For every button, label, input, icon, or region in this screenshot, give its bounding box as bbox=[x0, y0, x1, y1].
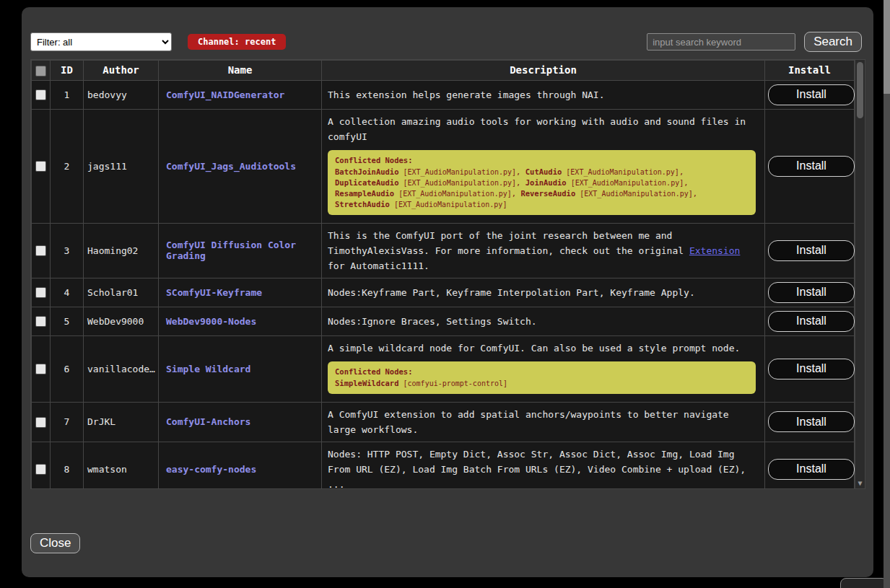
conflict-node-name: CutAudio bbox=[525, 167, 562, 176]
extension-name-link[interactable]: Simple Wildcard bbox=[166, 364, 250, 374]
table-body: 1bedovyyComfyUI_NAIDGeneratorThis extens… bbox=[32, 80, 855, 489]
conflicted-nodes-box: Conflicted Nodes:SimpleWildcard [comfyui… bbox=[328, 361, 756, 394]
scroll-down-icon[interactable]: ▼ bbox=[855, 479, 865, 488]
row-id: 8 bbox=[51, 442, 84, 489]
row-checkbox[interactable] bbox=[35, 89, 46, 100]
conflict-list: SimpleWildcard [comfyui-prompt-control] bbox=[335, 378, 749, 389]
row-author: WebDev9000 bbox=[84, 307, 159, 335]
close-button[interactable]: Close bbox=[30, 533, 80, 553]
header-description: Description bbox=[322, 61, 765, 81]
row-author: DrJKL bbox=[84, 402, 159, 442]
table-row: 3Haoming02ComfyUI Diffusion Color Gradin… bbox=[32, 223, 855, 278]
header-author: Author bbox=[84, 61, 159, 81]
table-row: 7DrJKLComfyUI-AnchorsA ComfyUI extension… bbox=[32, 402, 855, 442]
channel-badge[interactable]: Channel: recent bbox=[188, 34, 286, 50]
conflict-node-source: [EXT_AudioManipulation.py] bbox=[399, 168, 517, 176]
extension-name-link[interactable]: WebDev9000-Nodes bbox=[166, 316, 256, 327]
install-button[interactable]: Install bbox=[768, 459, 855, 480]
install-button[interactable]: Install bbox=[768, 311, 855, 332]
extension-name-link[interactable]: ComfyUI-Anchors bbox=[166, 416, 250, 427]
row-description: This extension helps generate images thr… bbox=[322, 80, 765, 109]
table-row: 6vanillacode…Simple WildcardA simple wil… bbox=[32, 335, 855, 402]
row-checkbox[interactable] bbox=[35, 287, 46, 298]
conflict-node-name: StretchAudio bbox=[335, 200, 390, 209]
row-author: Haoming02 bbox=[84, 223, 159, 278]
description-text: A ComfyUI extension to add spatial ancho… bbox=[328, 407, 759, 437]
filter-select[interactable]: Filter: all bbox=[30, 32, 172, 51]
row-id: 5 bbox=[51, 307, 84, 335]
extension-name-link[interactable]: SComfyUI-Keyframe bbox=[166, 287, 262, 298]
description-text: Nodes:Keyframe Part, Keyframe Interpolat… bbox=[328, 285, 759, 300]
conflicted-nodes-box: Conflicted Nodes:BatchJoinAudio [EXT_Aud… bbox=[328, 150, 756, 215]
table-scrollbar[interactable]: ▼ bbox=[855, 60, 865, 488]
row-checkbox[interactable] bbox=[35, 364, 46, 374]
conflict-node-name: ReverseAudio bbox=[520, 189, 575, 198]
header-name: Name bbox=[159, 61, 322, 81]
row-description: Nodes:Keyframe Part, Keyframe Interpolat… bbox=[322, 278, 765, 307]
partial-button[interactable] bbox=[840, 578, 888, 588]
extensions-table: ID Author Name Description Install 1bedo… bbox=[30, 59, 865, 489]
conflict-list: BatchJoinAudio [EXT_AudioManipulation.py… bbox=[335, 167, 749, 210]
search-input[interactable] bbox=[647, 33, 795, 51]
description-text: A collection amazing audio tools for wor… bbox=[328, 114, 759, 144]
table-header-row: ID Author Name Description Install bbox=[32, 61, 855, 81]
row-author: vanillacode… bbox=[84, 335, 159, 402]
row-id: 7 bbox=[51, 402, 84, 442]
conflict-node-name: JoinAudio bbox=[525, 178, 567, 187]
description-text: This extension helps generate images thr… bbox=[328, 87, 759, 102]
description-text: Nodes: HTTP POST, Empty Dict, Assoc Str,… bbox=[328, 447, 759, 490]
row-id: 4 bbox=[51, 278, 84, 307]
extension-name-link[interactable]: ComfyUI_NAIDGenerator bbox=[166, 89, 284, 100]
custom-nodes-dialog: Filter: all Channel: recent Search ID Au… bbox=[22, 7, 873, 577]
description-text: A simple wildcard node for ComfyUI. Can … bbox=[328, 341, 759, 356]
install-button[interactable]: Install bbox=[768, 359, 855, 379]
row-id: 1 bbox=[51, 80, 84, 109]
extension-name-link[interactable]: easy-comfy-nodes bbox=[166, 464, 256, 475]
table-row: 1bedovyyComfyUI_NAIDGeneratorThis extens… bbox=[32, 80, 855, 109]
row-checkbox[interactable] bbox=[35, 417, 46, 428]
conflict-node-name: BatchJoinAudio bbox=[335, 167, 399, 176]
row-checkbox[interactable] bbox=[35, 316, 46, 327]
table-row: 5WebDev9000WebDev9000-NodesNodes:Ignore … bbox=[32, 307, 855, 335]
conflict-node-source: [comfyui-prompt-control] bbox=[399, 379, 508, 387]
table-scrollbar-thumb[interactable] bbox=[857, 62, 863, 118]
description-text: This is the ComfyUI port of the joint re… bbox=[328, 228, 759, 273]
description-link[interactable]: Extension bbox=[689, 245, 740, 256]
conflict-node-source: [EXT_AudioManipulation.py] bbox=[575, 190, 693, 198]
page-scrollbar[interactable] bbox=[884, 0, 890, 588]
install-button[interactable]: Install bbox=[768, 156, 855, 177]
conflict-node-source: [EXT_AudioManipulation.py] bbox=[390, 201, 507, 209]
toolbar: Filter: all Channel: recent Search bbox=[30, 31, 862, 53]
install-button[interactable]: Install bbox=[768, 240, 855, 261]
conflict-node-name: SimpleWildcard bbox=[335, 379, 399, 387]
extension-name-link[interactable]: ComfyUI Diffusion Color Grading bbox=[166, 240, 296, 261]
page-scrollbar-thumb[interactable] bbox=[884, 0, 890, 94]
conflict-node-source: [EXT_AudioManipulation.py] bbox=[562, 168, 679, 176]
conflict-node-name: ResampleAudio bbox=[335, 189, 394, 198]
conflict-node-source: [EXT_AudioManipulation.py] bbox=[399, 179, 517, 187]
header-id: ID bbox=[51, 61, 84, 81]
install-button[interactable]: Install bbox=[768, 411, 855, 432]
conflict-node-source: [EXT_AudioManipulation.py] bbox=[394, 190, 512, 198]
row-description: This is the ComfyUI port of the joint re… bbox=[322, 223, 765, 278]
table-row: 4Scholar01SComfyUI-KeyframeNodes:Keyfram… bbox=[32, 278, 855, 307]
row-description: A collection amazing audio tools for wor… bbox=[322, 109, 765, 223]
conflict-title: Conflicted Nodes: bbox=[335, 367, 749, 377]
conflict-node-source: [EXT_AudioManipulation.py] bbox=[567, 179, 684, 187]
row-id: 3 bbox=[51, 223, 84, 278]
search-button[interactable]: Search bbox=[804, 32, 862, 52]
conflict-node-name: DuplicateAudio bbox=[335, 178, 399, 187]
row-id: 6 bbox=[51, 335, 84, 402]
row-description: Nodes: HTTP POST, Empty Dict, Assoc Str,… bbox=[322, 442, 765, 489]
install-button[interactable]: Install bbox=[768, 282, 855, 303]
row-author: wmatson bbox=[84, 442, 159, 489]
install-button[interactable]: Install bbox=[768, 84, 855, 105]
row-author: Scholar01 bbox=[84, 278, 159, 307]
row-checkbox[interactable] bbox=[35, 464, 46, 475]
extension-name-link[interactable]: ComfyUI_Jags_Audiotools bbox=[166, 161, 296, 172]
select-all-checkbox[interactable] bbox=[35, 66, 46, 76]
row-checkbox[interactable] bbox=[35, 245, 46, 256]
row-description: A simple wildcard node for ComfyUI. Can … bbox=[322, 335, 765, 402]
table-row: 2jags111ComfyUI_Jags_AudiotoolsA collect… bbox=[32, 109, 855, 223]
row-checkbox[interactable] bbox=[35, 161, 46, 172]
